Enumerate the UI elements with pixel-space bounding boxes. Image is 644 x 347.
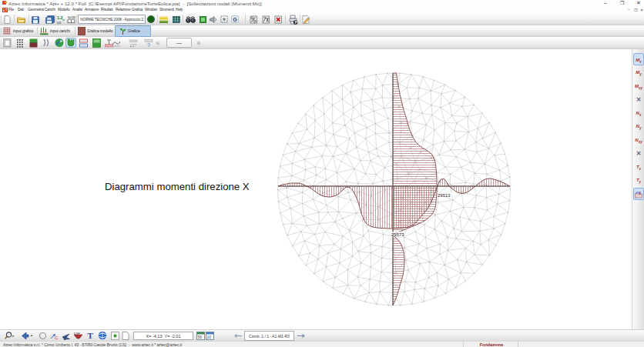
svg-text:56: 56 [198, 335, 203, 339]
svg-text:NORM: NORM [68, 16, 75, 19]
svg-text:P: P [295, 20, 298, 25]
svg-text:29573: 29573 [391, 232, 404, 237]
svg-text:co: co [57, 20, 62, 25]
svg-text:C: C [55, 335, 59, 340]
svg-text:1: 1 [639, 191, 642, 195]
svg-text:29513: 29513 [438, 193, 451, 198]
svg-text:T: T [88, 331, 94, 340]
svg-text:?: ? [147, 42, 150, 48]
svg-text:10: 10 [207, 335, 212, 339]
svg-text:G: G [233, 17, 237, 22]
